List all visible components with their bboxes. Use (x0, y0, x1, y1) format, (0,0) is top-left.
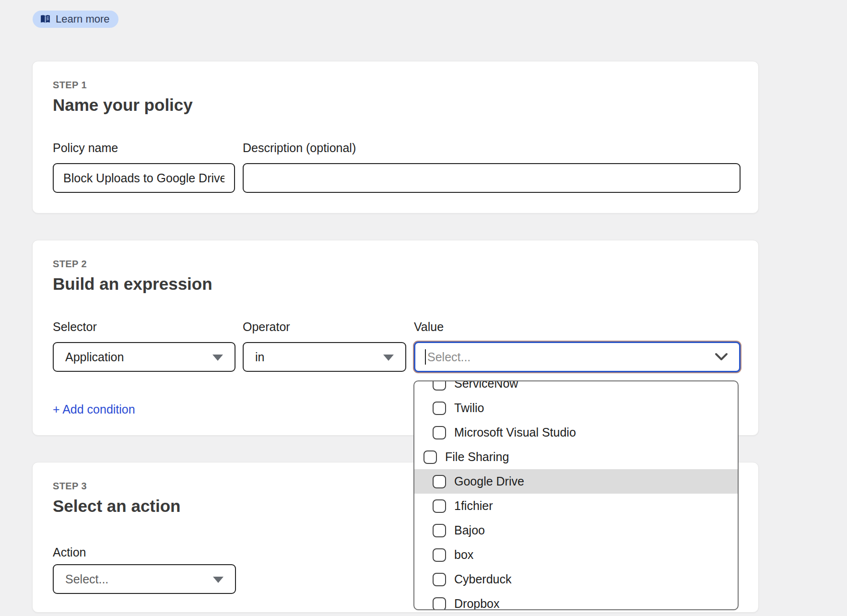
dropdown-option-microsoft-visual-studio[interactable]: Microsoft Visual Studio (414, 420, 738, 445)
value-placeholder: Select... (427, 350, 471, 364)
book-icon (40, 14, 51, 24)
chevron-down-icon (714, 353, 729, 361)
learn-more-label: Learn more (56, 13, 110, 25)
dropdown-option-1fichier[interactable]: 1fichier (414, 494, 738, 518)
add-condition-link[interactable]: + Add condition (53, 403, 135, 416)
text-cursor (425, 349, 426, 365)
dropdown-list: ServiceNow Twilio Microsoft Visual Studi… (414, 380, 738, 610)
value-combobox[interactable]: Select... (414, 342, 741, 372)
dropdown-option-dropbox[interactable]: Dropbox (414, 592, 738, 610)
dropdown-group-file-sharing[interactable]: File Sharing (414, 445, 738, 469)
step1-title: Name your policy (53, 95, 193, 115)
checkbox[interactable] (433, 524, 446, 537)
dropdown-option-cyberduck[interactable]: Cyberduck (414, 567, 738, 592)
value-label: Value (414, 320, 444, 334)
step3-title: Select an action (53, 496, 180, 516)
step3-label: STEP 3 (53, 481, 87, 492)
checkbox[interactable] (433, 475, 446, 488)
action-label: Action (53, 545, 235, 559)
selector-value: Application (65, 350, 124, 364)
step2-label: STEP 2 (53, 259, 87, 270)
checkbox[interactable] (433, 499, 446, 513)
description-input[interactable] (243, 163, 741, 193)
dropdown-option-servicenow[interactable]: ServiceNow (414, 380, 738, 396)
checkbox[interactable] (424, 450, 437, 464)
dropdown-option-bajoo[interactable]: Bajoo (414, 518, 738, 543)
checkbox[interactable] (433, 548, 446, 562)
policy-builder-page: Learn more STEP 1 Name your policy Polic… (0, 0, 847, 616)
checkbox[interactable] (433, 597, 446, 611)
checkbox[interactable] (433, 380, 446, 391)
checkbox[interactable] (433, 573, 446, 586)
dropdown-option-twilio[interactable]: Twilio (414, 396, 738, 420)
checkbox[interactable] (433, 402, 446, 415)
operator-label: Operator (243, 320, 290, 334)
selector-label: Selector (53, 320, 235, 334)
policy-name-input[interactable] (53, 163, 235, 193)
policy-name-label: Policy name (53, 141, 235, 155)
action-placeholder: Select... (65, 572, 108, 586)
triangle-down-icon (213, 577, 224, 583)
operator-value: in (255, 350, 264, 364)
triangle-down-icon (383, 355, 394, 361)
step1-label: STEP 1 (53, 80, 87, 91)
dropdown-option-google-drive[interactable]: Google Drive (414, 469, 738, 494)
checkbox[interactable] (433, 426, 446, 439)
dropdown-option-box[interactable]: box (414, 543, 738, 567)
selector-select[interactable]: Application (53, 342, 235, 372)
learn-more-button[interactable]: Learn more (33, 11, 118, 28)
triangle-down-icon (212, 355, 223, 361)
description-label: Description (optional) (243, 141, 356, 155)
action-select[interactable]: Select... (53, 564, 236, 594)
step2-title: Build an expression (53, 274, 212, 294)
value-dropdown-menu: ServiceNow Twilio Microsoft Visual Studi… (413, 380, 739, 610)
step1-card: STEP 1 Name your policy Policy name Desc… (32, 61, 759, 213)
operator-select[interactable]: in (243, 342, 406, 372)
